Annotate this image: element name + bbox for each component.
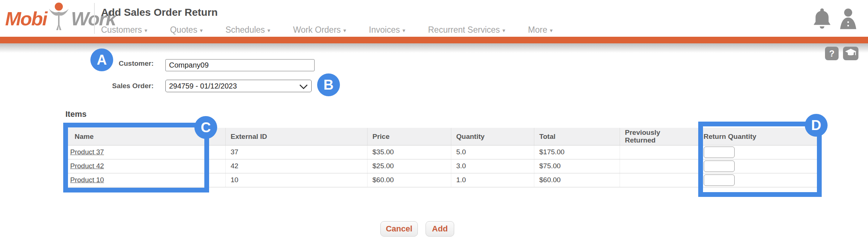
items-heading: Items [65,109,86,119]
return-quantity-input[interactable] [704,174,735,186]
nav-more[interactable]: More ▾ [528,25,553,35]
total-cell: $60.00 [534,173,620,187]
header: Mobi Work Add Sales Order Return Custome… [0,0,868,37]
nav-label: Schedules [225,25,265,35]
chevron-down-icon: ▾ [200,27,203,34]
price-cell: $35.00 [367,145,451,159]
col-header-return-quantity: Return Quantity [698,128,818,145]
chevron-down-icon: ▾ [144,27,147,34]
external-id-cell: 10 [225,173,367,187]
mobiwork-logo[interactable]: Mobi Work [5,3,115,35]
total-cell: $175.00 [534,145,620,159]
quantity-cell: 1.0 [451,173,534,187]
table-header-row: Name External ID Price Quantity Total Pr… [68,128,818,145]
header-shadow [0,43,868,53]
nav-quotes[interactable]: Quotes ▾ [170,25,203,35]
customer-input[interactable] [165,59,315,71]
sales-order-label: Sales Order: [85,82,154,90]
cancel-button[interactable]: Cancel [380,221,418,237]
nav-label: Recurrent Services [428,25,500,35]
return-quantity-input[interactable] [704,147,735,158]
product-link[interactable]: Product 10 [70,176,104,184]
col-header-name: Name [68,128,225,145]
table-row: Product 37 37 $35.00 5.0 $175.00 [68,145,818,159]
table-row: Product 10 10 $60.00 1.0 $60.00 [68,173,818,187]
external-id-cell: 42 [225,159,367,173]
previously-returned-cell [620,145,698,159]
external-id-cell: 37 [225,145,367,159]
table-row: Product 42 42 $25.00 3.0 $75.00 [68,159,818,173]
nav-invoices[interactable]: Invoices ▾ [369,25,405,35]
chevron-down-icon: ▾ [343,27,346,34]
accent-bar [0,37,868,43]
price-cell: $60.00 [367,173,451,187]
col-header-external-id: External ID [225,128,367,145]
previously-returned-cell [620,173,698,187]
header-divider [94,3,95,34]
nav-label: More [528,25,547,35]
question-mark-icon: ? [829,48,835,59]
return-quantity-input[interactable] [704,161,735,172]
training-button[interactable] [843,47,858,60]
chevron-down-icon: ▾ [502,27,505,34]
page-title: Add Sales Order Return [101,7,218,18]
logo-text-mobi: Mobi [5,8,47,30]
customer-label: Customer: [85,60,154,68]
help-button[interactable]: ? [825,47,839,60]
previously-returned-cell [620,159,698,173]
nav-label: Work Orders [293,25,341,35]
annotation-circle-b: B [317,73,340,96]
graduation-cap-icon [845,48,857,59]
col-header-quantity: Quantity [451,128,534,145]
col-header-total: Total [534,128,620,145]
col-header-price: Price [367,128,451,145]
nav-customers[interactable]: Customers ▾ [101,25,147,35]
nav-label: Invoices [369,25,400,35]
total-cell: $75.00 [534,159,620,173]
chevron-down-icon: ▾ [550,27,553,34]
quantity-cell: 5.0 [451,145,534,159]
items-table: Name External ID Price Quantity Total Pr… [68,128,818,187]
col-header-previously-returned: Previously Returned [620,128,698,145]
quantity-cell: 3.0 [451,159,534,173]
product-link[interactable]: Product 37 [70,148,104,156]
nav-schedules[interactable]: Schedules ▾ [225,25,270,35]
nav-label: Quotes [170,25,197,35]
sales-order-select[interactable]: 294759 - 01/12/2023 [165,80,312,92]
nav-recurrent-services[interactable]: Recurrent Services ▾ [428,25,505,35]
chevron-down-icon: ▾ [402,27,405,34]
price-cell: $25.00 [367,159,451,173]
notifications-bell-icon[interactable] [813,7,831,32]
logo-person-icon [47,2,70,32]
add-button[interactable]: Add [426,221,454,237]
main-nav: Customers ▾ Quotes ▾ Schedules ▾ Work Or… [101,25,553,35]
nav-label: Customers [101,25,142,35]
page: Mobi Work Add Sales Order Return Custome… [0,0,868,252]
product-link[interactable]: Product 42 [70,162,104,170]
user-profile-icon[interactable] [839,8,857,32]
chevron-down-icon: ▾ [268,27,270,34]
nav-work-orders[interactable]: Work Orders ▾ [293,25,346,35]
